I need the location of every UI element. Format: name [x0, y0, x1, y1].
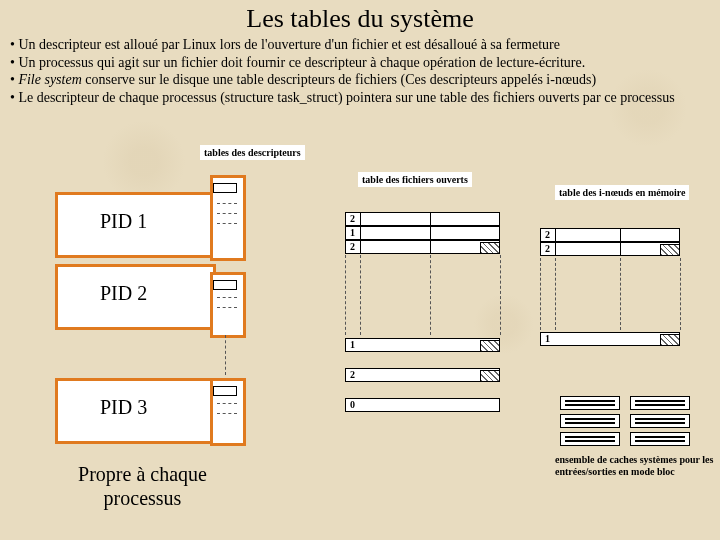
refcount: 1 [350, 340, 355, 350]
bullet-list: • Un descripteur est alloué par Linux lo… [0, 36, 720, 110]
refcount: 2 [350, 370, 355, 380]
refcount: 0 [350, 400, 355, 410]
dashed-connector [225, 335, 226, 375]
descriptor-table-3 [210, 378, 246, 446]
bullet-item: • Un processus qui agit sur un fichier d… [10, 54, 710, 72]
label-per-process: Propre à chaque processus [60, 462, 225, 510]
inode-refcount: 2 [545, 230, 550, 240]
refcount: 2 [350, 242, 355, 252]
label-inodes: table des i-nœuds en mémoire [555, 185, 689, 200]
inode-refcount: 1 [545, 334, 550, 344]
descriptor-table-1 [210, 175, 246, 261]
pid-label-3: PID 3 [100, 396, 147, 419]
bullet-item: • Un descripteur est alloué par Linux lo… [10, 36, 710, 54]
page-title: Les tables du système [0, 0, 720, 36]
pid-label-1: PID 1 [100, 210, 147, 233]
bullet-item: • File system conserve sur le disque une… [10, 71, 710, 89]
pid-label-2: PID 2 [100, 282, 147, 305]
label-open-files: table des fichiers ouverts [358, 172, 472, 187]
label-descriptor-tables: tables des descripteurs [200, 145, 305, 160]
inode-refcount: 2 [545, 244, 550, 254]
bullet-item: • Le descripteur de chaque processus (st… [10, 89, 710, 107]
refcount: 1 [350, 228, 355, 238]
descriptor-table-2 [210, 272, 246, 338]
refcount: 2 [350, 214, 355, 224]
label-caches: ensemble de caches systèmes pour les ent… [555, 454, 715, 478]
